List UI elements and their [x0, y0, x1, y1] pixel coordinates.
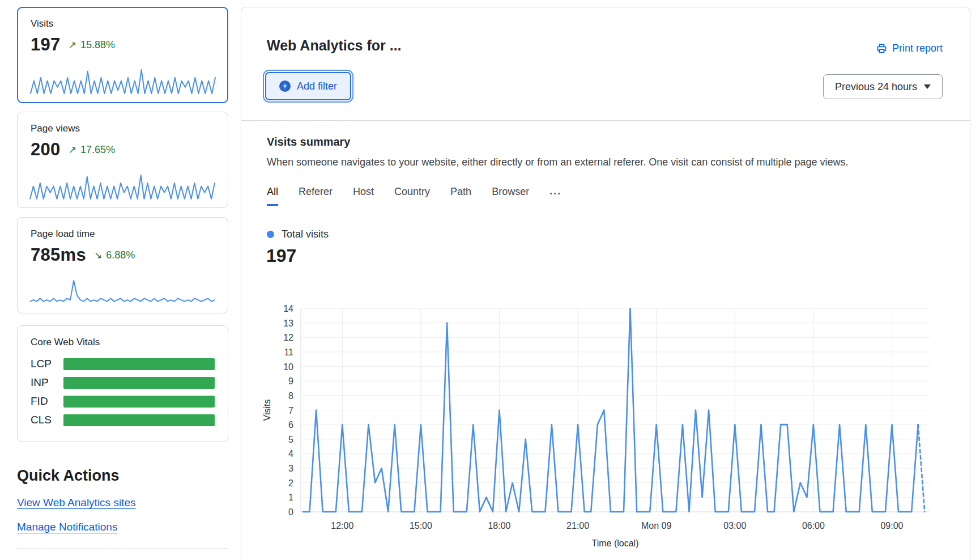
- tab-path[interactable]: Path: [450, 186, 471, 206]
- quick-actions-heading: Quick Actions: [17, 467, 228, 485]
- trend-down-icon: ↘: [94, 249, 102, 261]
- manage-notifications-link[interactable]: Manage Notifications: [17, 521, 117, 533]
- cwv-row-cls: CLS: [31, 414, 215, 426]
- svg-text:14: 14: [283, 304, 293, 313]
- metric-delta: ↗ 17.65%: [69, 144, 115, 156]
- more-tabs-button[interactable]: ...: [549, 185, 561, 206]
- tab-host[interactable]: Host: [353, 186, 374, 206]
- metric-title: Page views: [31, 123, 215, 134]
- metric-title: Visits: [31, 18, 215, 29]
- chart-legend: Total visits: [267, 228, 329, 240]
- svg-text:2: 2: [288, 478, 293, 488]
- page-views-sparkline: [29, 172, 216, 201]
- cwv-label: INP: [31, 376, 63, 389]
- svg-text:21:00: 21:00: [566, 521, 589, 531]
- printer-icon: [876, 43, 887, 54]
- cwv-bar-good: [63, 396, 215, 408]
- svg-text:0: 0: [288, 507, 293, 517]
- add-filter-label: Add filter: [297, 80, 337, 92]
- print-report-label: Print report: [892, 43, 943, 54]
- svg-text:5: 5: [288, 435, 293, 444]
- metric-delta: ↗ 15.88%: [69, 39, 115, 51]
- chevron-down-icon: [924, 84, 931, 89]
- svg-text:1: 1: [288, 493, 293, 502]
- metric-card-page-views[interactable]: Page views 200 ↗ 17.65%: [17, 112, 228, 208]
- svg-text:4: 4: [288, 449, 293, 459]
- metric-value: 197: [31, 35, 61, 55]
- svg-text:10: 10: [283, 362, 293, 372]
- cwv-bar-good: [63, 358, 215, 370]
- cwv-row-lcp: LCP: [31, 358, 215, 370]
- trend-up-icon: ↗: [69, 39, 76, 51]
- page-load-sparkline: [29, 278, 216, 306]
- trend-up-icon: ↗: [69, 144, 76, 156]
- svg-text:15:00: 15:00: [410, 521, 432, 531]
- visits-sparkline: [29, 67, 216, 95]
- metric-card-visits[interactable]: Visits 197 ↗ 15.88%: [17, 7, 228, 103]
- time-range-label: Previous 24 hours: [835, 81, 917, 93]
- cwv-bar-good: [63, 377, 215, 389]
- add-filter-button[interactable]: + Add filter: [265, 72, 351, 100]
- cwv-bar-good: [63, 414, 215, 426]
- metric-value: 785ms: [31, 245, 86, 265]
- tab-all[interactable]: All: [267, 186, 278, 206]
- metric-card-page-load-time[interactable]: Page load time 785ms ↘ 6.88%: [17, 217, 228, 313]
- main-panel: Web Analytics for ... Print report + Add…: [241, 7, 970, 560]
- metric-delta: ↘ 6.88%: [94, 249, 135, 261]
- metric-delta-value: 15.88%: [80, 39, 115, 51]
- core-web-vitals-card[interactable]: Core Web Vitals LCPINPFIDCLS: [17, 325, 228, 442]
- svg-text:12:00: 12:00: [331, 521, 353, 531]
- cwv-row-inp: INP: [31, 376, 215, 389]
- metric-delta-value: 6.88%: [106, 249, 135, 261]
- svg-text:Mon 09: Mon 09: [641, 521, 671, 531]
- visits-summary-title: Visits summary: [267, 135, 351, 149]
- svg-text:7: 7: [288, 406, 293, 415]
- metric-value-row: 197 ↗ 15.88%: [31, 35, 215, 55]
- tab-referer[interactable]: Referer: [299, 186, 333, 206]
- plus-circle-icon: +: [279, 80, 291, 92]
- metrics-sidebar: Visits 197 ↗ 15.88% Page views 200 ↗ 17.…: [17, 0, 228, 549]
- svg-text:9: 9: [288, 376, 293, 386]
- visits-line-chart: 0123456789101112131412:0015:0018:0021:00…: [250, 295, 964, 559]
- total-visits-value: 197: [266, 245, 296, 266]
- core-web-vitals-rows: LCPINPFIDCLS: [31, 358, 215, 426]
- sidebar-divider: [17, 548, 228, 549]
- print-report-button[interactable]: Print report: [876, 43, 943, 54]
- cwv-label: LCP: [31, 358, 63, 370]
- svg-text:8: 8: [288, 391, 293, 401]
- svg-text:11: 11: [284, 347, 293, 357]
- time-range-dropdown[interactable]: Previous 24 hours: [823, 74, 943, 99]
- svg-text:13: 13: [283, 319, 293, 328]
- svg-text:3: 3: [288, 464, 293, 473]
- metric-delta-value: 17.65%: [80, 144, 115, 156]
- page-title: Web Analytics for ...: [267, 37, 402, 54]
- svg-text:03:00: 03:00: [723, 521, 746, 531]
- svg-text:Visits: Visits: [262, 400, 272, 421]
- core-web-vitals-title: Core Web Vitals: [31, 337, 215, 348]
- svg-text:6: 6: [288, 420, 293, 430]
- metric-value-row: 785ms ↘ 6.88%: [31, 245, 215, 265]
- metric-value: 200: [31, 139, 61, 160]
- tab-country[interactable]: Country: [394, 186, 430, 206]
- summary-tabs: AllRefererHostCountryPathBrowser...: [267, 185, 561, 206]
- legend-dot-icon: [267, 231, 274, 238]
- svg-text:18:00: 18:00: [488, 521, 510, 531]
- metric-title: Page load time: [31, 228, 215, 240]
- cwv-label: FID: [31, 395, 63, 408]
- view-web-analytics-sites-link[interactable]: View Web Analytics sites: [17, 497, 135, 509]
- header-divider: [241, 120, 970, 121]
- tab-browser[interactable]: Browser: [492, 186, 529, 206]
- svg-text:12: 12: [283, 333, 293, 342]
- web-analytics-dashboard: Visits 197 ↗ 15.88% Page views 200 ↗ 17.…: [0, 0, 980, 560]
- cwv-label: CLS: [31, 414, 63, 426]
- legend-label: Total visits: [282, 228, 329, 240]
- svg-text:06:00: 06:00: [802, 521, 825, 531]
- svg-text:Time (local): Time (local): [592, 538, 639, 548]
- cwv-row-fid: FID: [31, 395, 215, 408]
- visits-summary-description: When someone navigates to your website, …: [267, 156, 848, 168]
- svg-text:09:00: 09:00: [880, 521, 903, 531]
- metric-value-row: 200 ↗ 17.65%: [31, 139, 215, 160]
